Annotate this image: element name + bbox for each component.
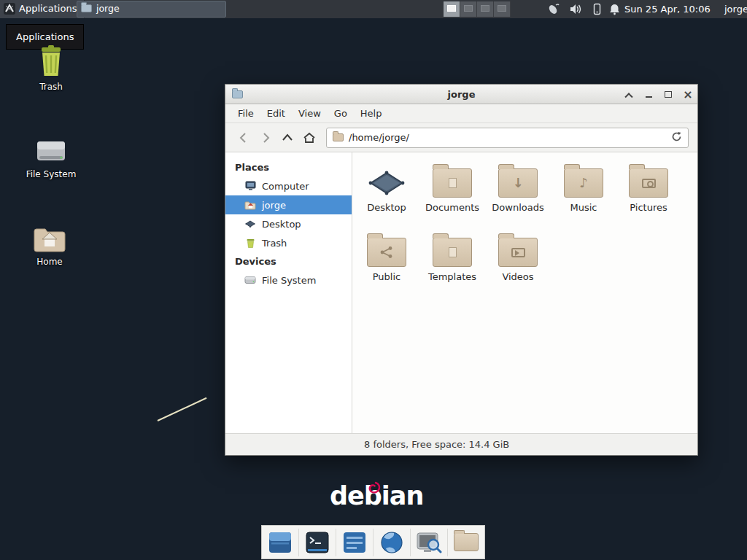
forward-button[interactable]	[255, 128, 276, 148]
shade-button[interactable]	[624, 90, 634, 100]
dock-launcher-terminal[interactable]	[299, 526, 336, 559]
folder-icon	[367, 238, 406, 267]
folder-item-desktop[interactable]: Desktop	[355, 163, 419, 213]
desktop-icon-trash[interactable]: Trash	[18, 42, 85, 92]
menubar: File Edit View Go Help	[225, 104, 697, 123]
panel-clock[interactable]: Sun 25 Apr, 10:06	[624, 0, 711, 18]
folder-label: Documents	[420, 202, 484, 213]
workspace-4[interactable]	[494, 1, 511, 17]
reload-button[interactable]	[671, 131, 682, 144]
workspace-window-thumb	[481, 5, 489, 12]
up-button[interactable]	[276, 128, 298, 148]
toolbar: /home/jorge/	[225, 123, 697, 152]
dock-launcher-appfinder[interactable]	[411, 526, 447, 559]
location-text: /home/jorge/	[349, 132, 409, 143]
desktop-icon-label: File System	[18, 169, 85, 179]
window-body: Places Computer jorge	[225, 152, 697, 433]
home-icon	[303, 132, 316, 144]
device-status-icon[interactable]	[591, 3, 603, 15]
menu-file[interactable]: File	[231, 104, 260, 122]
folder-item-pictures[interactable]: Pictures	[616, 163, 681, 213]
share-emblem-icon	[368, 238, 406, 266]
sidebar-item-filesystem[interactable]: File System	[225, 271, 352, 289]
sidebar-places-header: Places	[225, 158, 352, 176]
maximize-icon	[665, 91, 672, 98]
desktop-icon-filesystem[interactable]: File System	[18, 130, 85, 179]
folder-item-music[interactable]: ♪ Music	[551, 163, 616, 213]
menu-help[interactable]: Help	[354, 104, 389, 122]
debian-logo: debian	[330, 481, 425, 515]
computer-icon	[244, 180, 256, 192]
notifications-bell-icon[interactable]	[608, 3, 621, 15]
dock-launcher-filemanager[interactable]	[262, 526, 298, 559]
desktop: Applications jorge Sun 25 Apr, 10:06 jor…	[0, 0, 747, 560]
close-button[interactable]: ×	[683, 90, 693, 100]
statusbar-text: 8 folders, Free space: 14.4 GiB	[364, 439, 509, 450]
file-manager-icon	[268, 530, 293, 555]
folder-label: Desktop	[355, 202, 419, 213]
menu-view[interactable]: View	[292, 104, 328, 122]
mouse-indicator-icon[interactable]	[547, 3, 560, 15]
close-icon: ×	[683, 90, 692, 100]
trash-icon	[18, 42, 85, 77]
documents-emblem-icon	[433, 169, 471, 197]
folder-item-videos[interactable]: Videos	[486, 232, 550, 282]
desktop-icon-home[interactable]: Home	[16, 217, 83, 267]
panel-username: jorge	[724, 0, 747, 18]
template-emblem-icon	[433, 238, 471, 266]
sidebar-item-label: jorge	[262, 200, 286, 211]
minimize-button[interactable]	[643, 90, 654, 100]
workspace-1[interactable]	[444, 1, 460, 17]
download-emblem-icon: ↓	[499, 169, 537, 197]
applications-tooltip-text: Applications	[16, 31, 74, 42]
sidebar-item-label: Trash	[262, 238, 287, 249]
dock-panel	[261, 525, 485, 559]
dock-launcher-editor[interactable]	[336, 526, 373, 559]
folder-view[interactable]: Desktop Documents ↓ Downloads ♪ Music Pi…	[352, 152, 697, 433]
sidebar-item-computer[interactable]: Computer	[225, 176, 352, 195]
applications-menu-button[interactable]: Applications	[0, 0, 85, 18]
sidebar-item-desktop[interactable]: Desktop	[225, 214, 352, 233]
dock-launcher-files[interactable]	[448, 526, 484, 559]
maximize-button[interactable]	[663, 90, 673, 100]
folder-icon	[433, 238, 472, 267]
taskbar-folder-icon	[81, 4, 92, 12]
sidebar: Places Computer jorge	[225, 152, 352, 433]
folder-item-templates[interactable]: Templates	[420, 232, 484, 282]
folder-item-documents[interactable]: Documents	[420, 163, 484, 213]
menu-edit[interactable]: Edit	[260, 104, 292, 122]
arrow-up-icon	[282, 132, 293, 144]
window-titlebar[interactable]: jorge ×	[225, 85, 697, 104]
text-editor-icon	[342, 530, 367, 555]
window-controls: ×	[624, 85, 693, 104]
location-bar[interactable]: /home/jorge/	[326, 128, 689, 148]
workspace-3[interactable]	[477, 1, 494, 17]
folder-item-downloads[interactable]: ↓ Downloads	[486, 163, 550, 213]
taskbar-window-label: jorge	[96, 3, 120, 14]
back-button[interactable]	[233, 128, 255, 148]
workspace-window-thumb	[447, 5, 456, 12]
folder-icon	[498, 238, 538, 267]
folder-label: Downloads	[486, 202, 550, 213]
folder-icon	[433, 168, 472, 198]
workspace-2[interactable]	[460, 1, 477, 17]
drive-icon	[18, 130, 85, 165]
camera-emblem-icon	[630, 169, 667, 197]
volume-icon[interactable]	[570, 3, 582, 15]
folder-item-public[interactable]: Public	[355, 232, 419, 282]
home-button[interactable]	[298, 128, 320, 148]
sidebar-item-trash[interactable]: Trash	[225, 233, 352, 252]
workspace-window-thumb	[498, 5, 506, 12]
folder-icon: ♪	[564, 168, 603, 198]
desktop-icon	[244, 218, 256, 230]
folder-label: Pictures	[616, 202, 681, 213]
statusbar: 8 folders, Free space: 14.4 GiB	[225, 433, 697, 455]
taskbar-window-button[interactable]: jorge	[77, 1, 226, 18]
folder-icon	[454, 533, 479, 551]
menu-go[interactable]: Go	[328, 104, 354, 122]
sidebar-item-jorge[interactable]: jorge	[225, 195, 352, 214]
dock-launcher-browser[interactable]	[374, 526, 410, 559]
web-browser-globe-icon	[379, 530, 404, 555]
arrow-right-icon	[260, 132, 271, 144]
music-emblem-icon: ♪	[565, 169, 603, 197]
